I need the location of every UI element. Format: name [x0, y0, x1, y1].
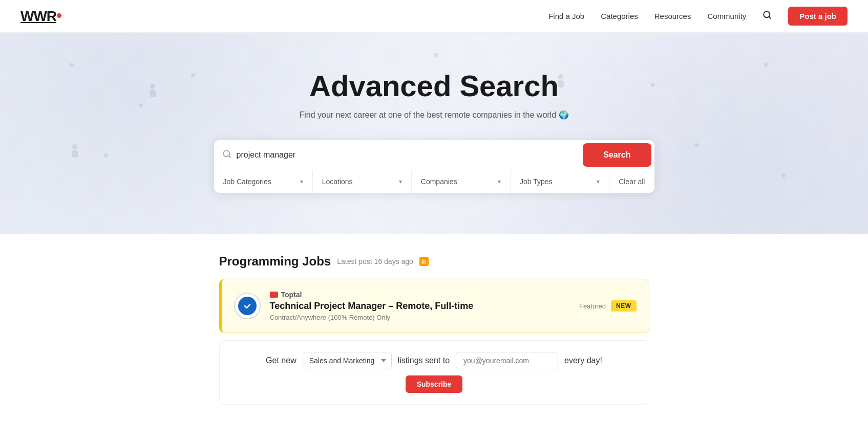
- subscribe-suffix: every day!: [564, 356, 602, 365]
- filter-locations[interactable]: Locations ▾: [313, 170, 412, 193]
- chevron-down-icon: ▾: [597, 178, 600, 185]
- subscribe-email-input[interactable]: [456, 352, 558, 369]
- svg-rect-5: [72, 150, 78, 158]
- featured-badge: Featured: [579, 302, 606, 310]
- subscribe-section: Get new Sales and Marketing Programming …: [219, 340, 649, 405]
- filter-row: Job Categories ▾ Locations ▾ Companies ▾…: [214, 170, 654, 193]
- filter-companies-label: Companies: [421, 177, 457, 186]
- post-job-button[interactable]: Post a job: [788, 7, 848, 26]
- nav-resources[interactable]: Resources: [654, 12, 691, 20]
- filter-job-types-label: Job Types: [520, 177, 553, 186]
- search-row: Search: [214, 140, 654, 170]
- job-info: Toptal Technical Project Manager – Remot…: [270, 291, 570, 321]
- subscribe-prefix: Get new: [266, 356, 297, 365]
- company-name-text: Toptal: [281, 291, 302, 299]
- filter-job-categories-label: Job Categories: [223, 177, 271, 186]
- map-background: [0, 33, 868, 234]
- svg-marker-13: [243, 301, 252, 310]
- hero-subtitle: Find your next career at one of the best…: [20, 110, 848, 120]
- page-title: Advanced Search: [20, 69, 848, 103]
- nav-community[interactable]: Community: [707, 12, 746, 20]
- chevron-down-icon: ▾: [300, 178, 303, 185]
- filter-companies[interactable]: Companies ▾: [412, 170, 511, 193]
- svg-point-4: [72, 144, 77, 149]
- logo-dot: •: [56, 6, 61, 25]
- logo[interactable]: WWR•: [20, 8, 56, 25]
- company-flag-icon: [270, 292, 278, 298]
- nav-links: Find a Job Categories Resources Communit…: [548, 7, 848, 26]
- search-input[interactable]: [237, 145, 583, 165]
- search-container: Search Job Categories ▾ Locations ▾ Comp…: [214, 140, 654, 193]
- job-card[interactable]: Toptal Technical Project Manager – Remot…: [219, 279, 649, 333]
- filter-job-categories[interactable]: Job Categories ▾: [214, 170, 313, 193]
- company-logo: [234, 293, 261, 319]
- new-badge: NEW: [611, 300, 637, 312]
- nav-categories[interactable]: Categories: [601, 12, 638, 20]
- main-content: Programming Jobs Latest post 16 days ago…: [209, 254, 660, 405]
- filter-locations-label: Locations: [322, 177, 353, 186]
- job-title: Technical Project Manager – Remote, Full…: [270, 301, 570, 312]
- company-name-row: Toptal: [270, 291, 570, 299]
- company-logo-inner: [238, 297, 257, 315]
- section-header: Programming Jobs Latest post 16 days ago: [219, 254, 649, 269]
- subscribe-middle: listings sent to: [398, 356, 450, 365]
- search-input-icon: [222, 149, 231, 161]
- svg-point-12: [421, 262, 423, 264]
- subscribe-button[interactable]: Subscribe: [406, 375, 463, 393]
- svg-line-11: [228, 156, 230, 157]
- section-title: Programming Jobs: [219, 254, 331, 269]
- search-icon[interactable]: [763, 10, 772, 22]
- job-meta: Contract/Anywhere (100% Remote) Only: [270, 314, 570, 321]
- job-badges: Featured NEW: [579, 300, 637, 312]
- clear-all-button[interactable]: Clear all: [609, 170, 654, 193]
- search-button[interactable]: Search: [583, 143, 651, 167]
- hero-section: Advanced Search Find your next career at…: [0, 33, 868, 234]
- svg-line-1: [769, 16, 771, 18]
- nav-find-a-job[interactable]: Find a Job: [548, 12, 584, 20]
- chevron-down-icon: ▾: [498, 178, 501, 185]
- chevron-down-icon: ▾: [399, 178, 402, 185]
- logo-text: WWR: [20, 8, 56, 24]
- rss-icon[interactable]: [419, 257, 429, 266]
- subscribe-category-select[interactable]: Sales and Marketing Programming Design M…: [303, 352, 392, 369]
- navbar: WWR• Find a Job Categories Resources Com…: [0, 0, 868, 33]
- section-meta: Latest post 16 days ago: [337, 257, 413, 265]
- filter-job-types[interactable]: Job Types ▾: [511, 170, 609, 193]
